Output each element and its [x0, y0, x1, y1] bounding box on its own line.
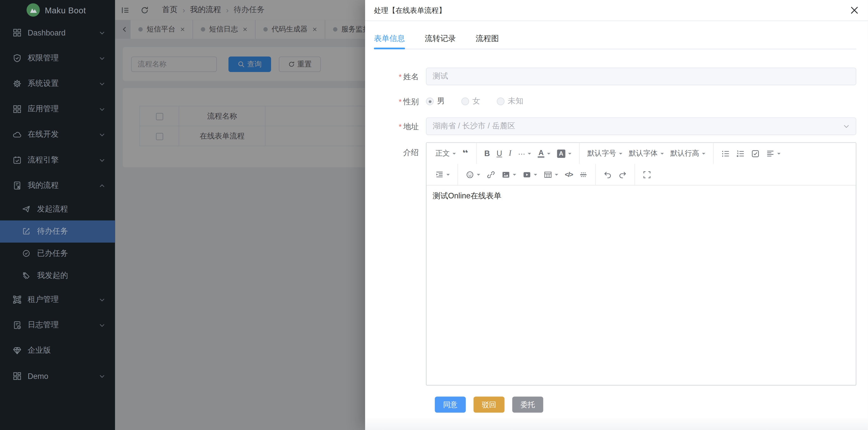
bold-button[interactable]: B	[482, 146, 493, 161]
caret-down-icon	[568, 153, 571, 156]
sidebar-item-system-settings[interactable]: 系统设置	[0, 71, 115, 96]
sidebar-item-label: 应用管理	[28, 104, 99, 114]
line-height-dropdown[interactable]: 默认行高	[668, 146, 708, 161]
sidebar-item-label: 企业版	[28, 346, 105, 356]
drawer-actions: 同意 驳回 委托	[435, 397, 856, 412]
form-row-intro: 介绍 正文 “ B U I ···	[374, 142, 856, 385]
sidebar-item-label: 日志管理	[28, 320, 99, 330]
diamond-icon	[13, 346, 22, 355]
sidebar-item-label: 权限管理	[28, 53, 99, 63]
required-asterisk: *	[399, 73, 402, 81]
sidebar-item-start-workflow[interactable]: 发起流程	[0, 198, 115, 221]
radio-female[interactable]: 女	[461, 96, 480, 107]
caret-down-icon	[660, 153, 663, 156]
paragraph-style-dropdown[interactable]: 正文	[433, 146, 458, 161]
redo-button[interactable]	[616, 167, 630, 181]
image-dropdown[interactable]	[499, 167, 519, 181]
sidebar-item-todo-tasks[interactable]: 待办任务	[0, 221, 115, 243]
tab-flow-records[interactable]: 流转记录	[425, 28, 456, 49]
chevron-up-icon	[99, 182, 105, 189]
bullet-list-button[interactable]	[718, 146, 732, 161]
radio-male[interactable]: 男	[426, 96, 445, 107]
sidebar-item-dashboard[interactable]: Dashboard	[0, 20, 115, 45]
caret-down-icon	[555, 174, 558, 177]
sidebar-item-permissions[interactable]: 权限管理	[0, 45, 115, 71]
toolbar-group-font: 默认字号 默认字体 默认行高	[580, 143, 713, 164]
editor-content[interactable]: 测试Online在线表单	[427, 185, 856, 385]
calendar-check-icon	[13, 155, 22, 164]
sidebar-menu: Dashboard 权限管理 系统设置 应用管理 在线开发	[0, 20, 115, 389]
italic-button[interactable]: I	[506, 146, 514, 161]
table-dropdown[interactable]	[541, 167, 561, 181]
reject-button[interactable]: 驳回	[473, 397, 504, 412]
radio-unknown[interactable]: 未知	[497, 96, 524, 107]
radio-label: 女	[472, 96, 480, 107]
video-dropdown[interactable]	[520, 167, 540, 181]
app-logo: Maku Boot	[0, 0, 115, 20]
radio-label: 男	[437, 96, 445, 107]
divider-button[interactable]	[577, 167, 590, 181]
font-size-dropdown[interactable]: 默认字号	[585, 146, 625, 161]
indent-dropdown[interactable]	[433, 167, 452, 181]
sidebar-item-done-tasks[interactable]: 已办任务	[0, 243, 115, 265]
send-icon	[22, 205, 31, 214]
fullscreen-button[interactable]	[640, 167, 654, 181]
tenant-frame-icon	[13, 295, 22, 304]
sidebar-item-workflow-engine[interactable]: 流程引擎	[0, 147, 115, 173]
sidebar: Maku Boot Dashboard 权限管理 系统设置 应用管理	[0, 0, 115, 430]
ordered-list-button[interactable]	[734, 146, 747, 161]
drawer-tabs: 表单信息 流转记录 流程图	[374, 21, 856, 49]
more-styles-dropdown[interactable]: ···	[515, 146, 534, 161]
approve-button[interactable]: 同意	[435, 397, 466, 412]
sidebar-item-tenant-management[interactable]: 租户管理	[0, 287, 115, 312]
todo-list-button[interactable]	[748, 146, 762, 161]
check-circle-icon	[22, 249, 31, 258]
sidebar-item-my-initiated[interactable]: 我发起的	[0, 265, 115, 287]
chevron-down-icon	[99, 322, 105, 328]
bg-color-dropdown[interactable]: A	[554, 146, 574, 161]
sidebar-item-label: Dashboard	[28, 28, 99, 37]
editor-toolbar-row-2: </>	[427, 164, 856, 185]
underline-button[interactable]: U	[494, 146, 505, 161]
caret-down-icon	[534, 174, 537, 177]
modal-overlay[interactable]	[115, 0, 365, 430]
form-info-panel: *姓名 *性别 男 女	[365, 49, 868, 412]
toolbar-group-history	[596, 164, 635, 185]
link-button[interactable]	[484, 167, 498, 181]
drawer-footer	[365, 418, 868, 430]
sidebar-item-label: Demo	[28, 372, 99, 380]
drawer-header: 处理【在线表单流程】	[365, 0, 868, 21]
close-icon[interactable]	[850, 6, 859, 15]
undo-button[interactable]	[601, 167, 615, 181]
font-color-dropdown[interactable]: A	[535, 146, 553, 161]
sidebar-item-demo[interactable]: Demo	[0, 363, 115, 389]
quote-icon: “	[462, 150, 468, 157]
sidebar-item-app-management[interactable]: 应用管理	[0, 96, 115, 122]
form-row-name: *姓名	[374, 67, 856, 86]
toolbar-group-text-format: B U I ··· A A	[476, 143, 580, 164]
delegate-button[interactable]: 委托	[512, 397, 543, 412]
emoji-dropdown[interactable]	[463, 167, 483, 181]
blockquote-button[interactable]: “	[460, 146, 471, 161]
sidebar-item-log-management[interactable]: 日志管理	[0, 312, 115, 338]
sidebar-item-enterprise[interactable]: 企业版	[0, 338, 115, 363]
align-dropdown[interactable]	[764, 146, 783, 161]
address-select[interactable]: 湖南省 / 长沙市 / 岳麓区	[426, 117, 857, 135]
chevron-down-icon	[99, 106, 105, 112]
font-family-dropdown[interactable]: 默认字体	[626, 146, 666, 161]
editor-paragraph: 测试Online在线表单	[433, 191, 850, 201]
chevron-down-icon	[99, 55, 105, 61]
tab-flow-diagram[interactable]: 流程图	[476, 28, 499, 49]
code-block-button[interactable]: </>	[562, 167, 576, 181]
sidebar-item-label: 已办任务	[37, 249, 105, 259]
caret-down-icon	[513, 174, 516, 177]
sidebar-item-online-dev[interactable]: 在线开发	[0, 122, 115, 147]
form-row-address: *地址 湖南省 / 长沙市 / 岳麓区	[374, 117, 856, 136]
sidebar-item-my-workflows[interactable]: 我的流程	[0, 173, 115, 198]
caret-down-icon	[453, 153, 456, 156]
chevron-down-icon	[99, 30, 105, 36]
name-field[interactable]	[426, 67, 857, 85]
required-asterisk: *	[399, 97, 402, 106]
tab-form-info[interactable]: 表单信息	[374, 28, 405, 49]
toolbar-group-style: 正文 “	[428, 143, 477, 164]
